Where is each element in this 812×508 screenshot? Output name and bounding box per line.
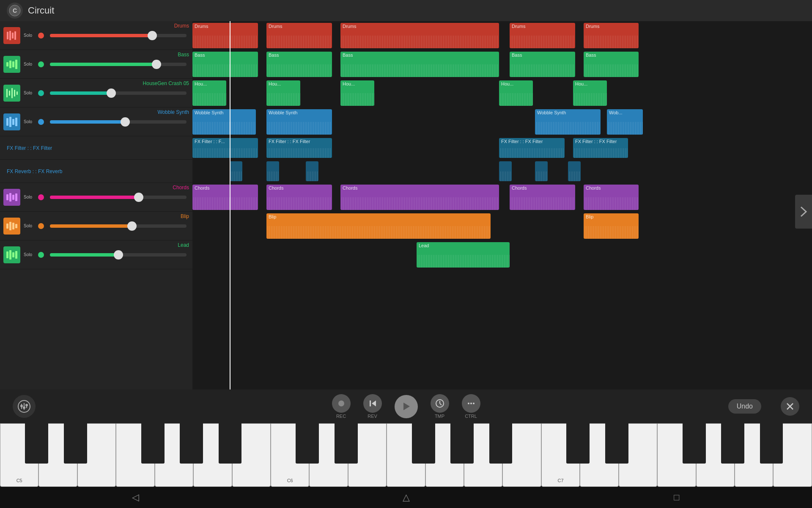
seg-blip-2[interactable]: Blip — [584, 213, 639, 239]
chevron-right-button[interactable] — [795, 195, 812, 229]
seg-chords-5[interactable]: Chords — [584, 185, 639, 210]
seg-fxfilter-4[interactable]: FX Filter : : FX Filter — [573, 138, 628, 158]
seg-drums-4[interactable]: Drums — [510, 23, 575, 48]
seg-bass-5[interactable]: Bass — [584, 52, 639, 77]
seg-house-4[interactable]: Hou... — [499, 80, 533, 106]
seg-wobble-2[interactable]: Wobble Synth — [266, 109, 332, 135]
svg-rect-25 — [12, 223, 14, 229]
chords-dot — [38, 194, 44, 200]
seg-bass-4[interactable]: Bass — [510, 52, 575, 77]
app-title: Circuit — [28, 5, 54, 16]
drums-slider[interactable] — [50, 34, 187, 37]
seg-house-5[interactable]: Hou... — [573, 80, 607, 106]
black-key-oct2-pos1.65[interactable] — [605, 423, 628, 464]
seg-house-2[interactable]: Hou... — [266, 80, 300, 106]
black-key-oct2-pos0.65[interactable] — [566, 423, 590, 464]
seg-reverb-1[interactable] — [230, 161, 242, 181]
close-button[interactable] — [781, 397, 799, 416]
nav-recent[interactable]: □ — [664, 489, 689, 506]
play-button[interactable] — [395, 395, 418, 418]
seg-drums-3[interactable]: Drums — [340, 23, 499, 48]
seg-wobble-3[interactable]: Wobble Synth — [535, 109, 601, 135]
seg-reverb-2[interactable] — [266, 161, 279, 181]
black-key-oct2-pos5.65[interactable] — [760, 423, 783, 464]
wobble-slider[interactable] — [50, 120, 187, 124]
blip-solo[interactable]: Solo — [24, 224, 36, 228]
black-key-oct1-pos4.65[interactable] — [450, 423, 474, 464]
black-key-oct0-pos1.65[interactable] — [64, 423, 87, 464]
black-key-oct0-pos5.65[interactable] — [219, 423, 242, 464]
rec-button[interactable]: REC — [332, 394, 351, 419]
seg-drums-2[interactable]: Drums — [266, 23, 332, 48]
app-logo[interactable]: C — [7, 3, 23, 19]
bass-solo[interactable]: Solo — [24, 62, 36, 66]
track-icon-blip[interactable] — [3, 218, 20, 235]
top-bar: C Circuit — [0, 0, 812, 21]
track-icon-house[interactable] — [3, 85, 20, 102]
chords-solo[interactable]: Solo — [24, 195, 36, 199]
house-slider[interactable] — [50, 91, 187, 95]
seg-fxfilter-3[interactable]: FX Filter : : FX Filter — [499, 138, 565, 158]
track-icon-wobble[interactable] — [3, 113, 20, 130]
seg-bass-1[interactable]: Bass — [192, 52, 258, 77]
nav-back[interactable]: ◁ — [123, 489, 148, 506]
blip-slider[interactable] — [50, 224, 187, 228]
svg-rect-40 — [370, 400, 371, 406]
svg-rect-22 — [15, 193, 17, 201]
seg-drums-1[interactable]: Drums — [192, 23, 258, 48]
black-key-oct0-pos0.65[interactable] — [25, 423, 48, 464]
chords-slider[interactable] — [50, 196, 187, 199]
playhead — [230, 21, 230, 423]
seg-lead-1[interactable]: Lead — [417, 242, 510, 268]
black-key-oct2-pos3.65[interactable] — [683, 423, 706, 464]
svg-rect-13 — [14, 90, 15, 97]
track-icon-drums[interactable] — [3, 27, 20, 44]
ctrl-button[interactable]: CTRL — [462, 394, 480, 419]
tmp-button[interactable]: TMP — [431, 394, 449, 419]
seg-row-blip: Blip Blip — [192, 212, 812, 240]
mixer-button[interactable] — [13, 395, 36, 418]
seg-chords-1[interactable]: Chords — [192, 185, 258, 210]
black-key-oct1-pos3.65[interactable] — [412, 423, 435, 464]
track-icon-chords[interactable] — [3, 189, 20, 206]
black-key-oct1-pos1.65[interactable] — [335, 423, 358, 464]
rev-button[interactable]: REV — [363, 394, 382, 419]
seg-blip-1[interactable]: Blip — [266, 213, 491, 239]
seg-reverb-4[interactable] — [499, 161, 512, 181]
drums-label: Drums — [174, 23, 189, 29]
bass-slider[interactable] — [50, 63, 187, 66]
lead-slider[interactable] — [50, 253, 187, 257]
transport-bar: REC REV TMP — [0, 389, 812, 423]
drums-solo[interactable]: Solo — [24, 33, 36, 38]
seg-reverb-5[interactable] — [535, 161, 548, 181]
black-key-oct0-pos3.65[interactable] — [141, 423, 165, 464]
seg-chords-2[interactable]: Chords — [266, 185, 332, 210]
seg-wobble-4[interactable]: Wob... — [607, 109, 643, 135]
seg-fxfilter-2[interactable]: FX Filter : : FX Filter — [266, 138, 332, 158]
black-key-oct2-pos4.65[interactable] — [721, 423, 744, 464]
seg-chords-3[interactable]: Chords — [340, 185, 499, 210]
seg-chords-4[interactable]: Chords — [510, 185, 575, 210]
seg-wobble-1[interactable]: Wobble Synth — [192, 109, 256, 135]
svg-rect-28 — [9, 250, 11, 260]
house-solo[interactable]: Solo — [24, 91, 36, 95]
nav-home[interactable]: △ — [393, 489, 419, 506]
seg-bass-2[interactable]: Bass — [266, 52, 332, 77]
lead-solo[interactable]: Solo — [24, 252, 36, 257]
track-icon-bass[interactable] — [3, 56, 20, 73]
black-key-oct1-pos0.65[interactable] — [296, 423, 319, 464]
seg-drums-5[interactable]: Drums — [584, 23, 639, 48]
svg-point-38 — [338, 400, 344, 406]
wobble-dot — [38, 119, 44, 125]
seg-house-1[interactable]: Hou... — [192, 80, 226, 106]
seg-reverb-3[interactable] — [306, 161, 318, 181]
seg-reverb-6[interactable] — [568, 161, 581, 181]
track-icon-lead[interactable] — [3, 246, 20, 263]
black-key-oct1-pos5.65[interactable] — [489, 423, 513, 464]
seg-house-3[interactable]: Hou... — [340, 80, 374, 106]
black-key-oct0-pos4.65[interactable] — [180, 423, 203, 464]
seg-fxfilter-1[interactable]: FX Filter : : F... — [192, 138, 258, 158]
seg-bass-3[interactable]: Bass — [340, 52, 499, 77]
wobble-solo[interactable]: Solo — [24, 119, 36, 124]
undo-button[interactable]: Undo — [728, 399, 761, 414]
